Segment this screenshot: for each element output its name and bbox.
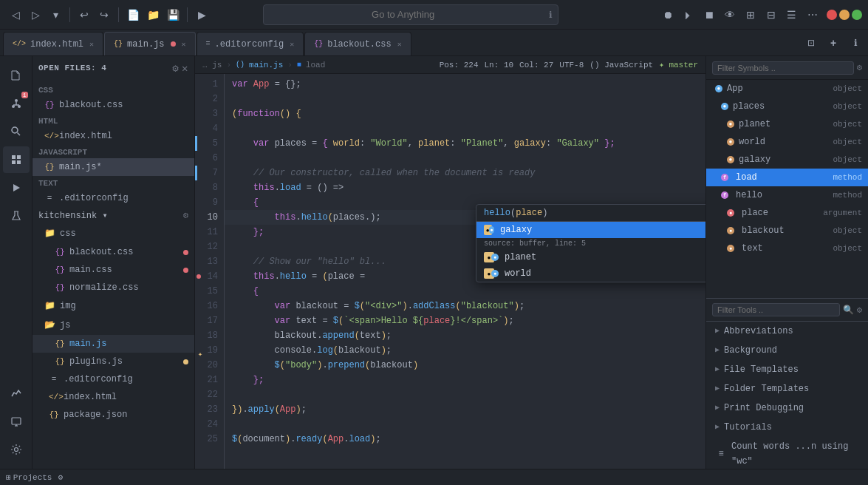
symbol-world[interactable]: ● world object [706, 133, 868, 151]
ac-item-galaxy[interactable]: ● ● galaxy object [476, 222, 705, 238]
tab-blackout-css[interactable]: {} blackout.css ✕ [304, 32, 411, 55]
play-button[interactable]: ⏵ [679, 5, 698, 24]
breadcrumb-load[interactable]: load [306, 61, 325, 69]
search-icon[interactable]: 🔍 [843, 305, 854, 316]
tab-main-js[interactable]: {} main.js ✕ [104, 32, 195, 55]
panel1-button[interactable]: ⊞ [741, 5, 760, 24]
undo-button[interactable]: ↩ [75, 5, 94, 24]
tool-tutorials[interactable]: ▶ Tutorials [706, 418, 868, 437]
tab-index-html[interactable]: </> index.html ✕ [3, 32, 103, 55]
activity-settings[interactable] [3, 436, 30, 463]
project-name: kitchensink ▾ [38, 210, 108, 221]
tools-filter-input[interactable] [712, 303, 840, 316]
sidebar-item-main-js-2[interactable]: {} main.js [33, 335, 194, 353]
more-button[interactable]: ⋯ [803, 5, 822, 24]
symbol-text[interactable]: ● text object [706, 240, 868, 257]
tab-close-icon[interactable]: ✕ [182, 40, 186, 49]
back-button[interactable]: ◁ [6, 5, 25, 24]
preview-button[interactable]: 👁 [720, 5, 739, 24]
minimize-button[interactable] [827, 10, 837, 20]
tab-close-icon[interactable]: ✕ [397, 40, 402, 49]
symbol-load[interactable]: f load method [706, 169, 868, 186]
symbol-planet[interactable]: ● planet object [706, 115, 868, 133]
activity-chart[interactable] [3, 380, 30, 407]
symbol-app[interactable]: ● App object [706, 80, 868, 98]
html-icon: </> [13, 40, 26, 48]
tab-close-icon[interactable]: ✕ [89, 40, 94, 49]
close-sidebar-icon[interactable]: ✕ [182, 62, 188, 75]
sidebar-item-index-html-2[interactable]: </> index.html [33, 388, 194, 406]
new-tab-button[interactable]: + [824, 33, 843, 52]
symbol-places[interactable]: ● places object [706, 98, 868, 115]
sidebar-item-editorconfig-2[interactable]: = .editorconfig [33, 370, 194, 388]
tab-close-icon[interactable]: ✕ [290, 40, 294, 49]
record-button[interactable]: ⏺ [658, 5, 677, 24]
sidebar-item-index-html[interactable]: </> index.html [33, 127, 194, 145]
stop-button[interactable]: ⏹ [700, 5, 719, 24]
activity-browse[interactable] [3, 146, 30, 173]
redo-button[interactable]: ↪ [95, 5, 114, 24]
code-line-7: // Our constructor, called when the docu… [225, 166, 705, 180]
sidebar-header-actions: ⚙ ✕ [172, 62, 188, 75]
tool-background[interactable]: ▶ Background [706, 341, 868, 360]
tool-count-words[interactable]: ≡ Count words ...n using "wc" [706, 437, 868, 469]
folder-css[interactable]: 📁 css [33, 224, 194, 243]
folder-img[interactable]: 📁 img [33, 296, 194, 316]
tool-folder-templates[interactable]: ▶ Folder Templates [706, 379, 868, 398]
sidebar-item-main-js[interactable]: {} main.js* [33, 158, 194, 176]
sidebar-item-package-json[interactable]: {} package.json [33, 406, 194, 424]
close-button[interactable] [852, 10, 862, 20]
activity-run[interactable] [3, 174, 30, 201]
new-file-button[interactable]: 📄 [123, 5, 143, 24]
status-projects[interactable]: ⊞ Projects [6, 472, 52, 482]
activity-git[interactable]: 1 [3, 90, 30, 117]
sidebar-item-plugins-js[interactable]: {} plugins.js [33, 353, 194, 370]
tool-print-debugging[interactable]: ▶ Print Debugging [706, 398, 868, 418]
tool-abbreviations[interactable]: ▶ Abbreviations [706, 322, 868, 341]
help-button[interactable]: ℹ [846, 33, 865, 52]
goto-anything-input[interactable] [263, 4, 558, 25]
status-settings[interactable]: ⚙ [58, 472, 63, 482]
symbol-place[interactable]: ● place argument [706, 204, 868, 222]
dropdown-button[interactable]: ▾ [46, 5, 65, 24]
activity-search[interactable] [3, 118, 30, 145]
forward-button[interactable]: ▷ [26, 5, 45, 24]
encoding-status: UTF-8 [559, 61, 584, 69]
activity-monitor[interactable] [3, 408, 30, 435]
sym-type: method [833, 170, 862, 185]
panel2-button[interactable]: ⊟ [762, 5, 781, 24]
save-button[interactable]: 💾 [163, 5, 182, 24]
open-folder-button[interactable]: 📁 [143, 5, 163, 24]
settings-icon[interactable]: ⚙ [857, 62, 862, 73]
js-icon: {} [55, 336, 65, 351]
section-html: HTML [33, 114, 194, 127]
settings-icon[interactable]: ⚙ [172, 62, 179, 75]
tool-file-templates[interactable]: ▶ File Templates [706, 360, 868, 379]
panel3-button[interactable]: ☰ [782, 5, 802, 24]
sidebar-item-normalize-css[interactable]: {} normalize.css [33, 279, 194, 296]
symbol-hello[interactable]: f hello method [706, 186, 868, 204]
sidebar-item-blackout-css[interactable]: {} blackout.css [33, 96, 194, 114]
collapse-arrow-icon: ▶ [715, 362, 720, 377]
symbol-galaxy[interactable]: ● galaxy object [706, 151, 868, 169]
sidebar-item-blackout-css-2[interactable]: {} blackout.css [33, 243, 194, 261]
tab-editorconfig[interactable]: = .editorconfig ✕ [197, 32, 304, 55]
project-settings-icon[interactable]: ⚙ [183, 210, 188, 221]
run-button[interactable]: ▶ [192, 5, 211, 24]
activity-flask[interactable] [3, 203, 30, 229]
breadcrumb-main-js[interactable]: main.js [249, 61, 283, 69]
sidebar-item-main-css[interactable]: {} main.css [33, 261, 194, 279]
activity-files[interactable] [3, 62, 30, 89]
split-editor-button[interactable]: ⊡ [802, 33, 821, 52]
tools-settings-icon[interactable]: ⚙ [857, 305, 862, 316]
symbol-blackout[interactable]: ● blackout object [706, 222, 868, 240]
breadcrumb-part[interactable]: … js [202, 61, 222, 69]
breadcrumb-status: Pos: 224 Ln: 10 Col: 27 UTF-8 () JavaScr… [440, 60, 698, 69]
ac-item-world[interactable]: ● ● world object [476, 265, 705, 282]
ac-item-planet[interactable]: ● ● planet object [476, 249, 705, 265]
project-header[interactable]: kitchensink ▾ ⚙ [33, 207, 194, 224]
symbols-filter-input[interactable] [712, 61, 854, 75]
maximize-button[interactable] [839, 10, 850, 20]
sidebar-item-editorconfig[interactable]: = .editorconfig [33, 189, 194, 207]
folder-js[interactable]: 📂 js [33, 316, 194, 335]
